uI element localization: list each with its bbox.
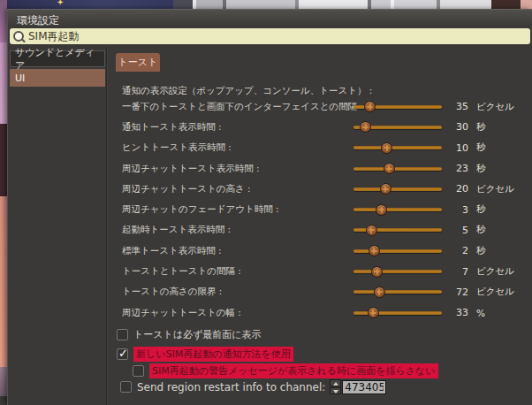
slider-value: 72 xyxy=(442,287,468,298)
slider-value: 7 xyxy=(442,266,468,278)
slider-track[interactable] xyxy=(353,307,442,319)
spinner-down-icon[interactable] xyxy=(330,387,341,394)
background-scene-left xyxy=(0,9,7,405)
slider-knob[interactable] xyxy=(374,287,385,298)
sidebar-item-label: UI xyxy=(15,73,25,84)
slider-value: 10 xyxy=(442,142,468,154)
checkbox-unchecked[interactable] xyxy=(120,381,132,393)
slider-row: トーストの高さの限界 : 72 ピクセル xyxy=(122,282,530,302)
slider-track-line xyxy=(353,208,442,211)
slider-row: 周辺チャットトーストの幅 : 33 % xyxy=(122,302,530,323)
slider-knob[interactable] xyxy=(364,101,376,112)
sidebar-item-label: サウンドとメディア xyxy=(15,46,104,73)
slider-unit: 秒 xyxy=(476,203,486,216)
background-shadow xyxy=(0,367,7,396)
slider-label: 起動時トースト表示時間 : xyxy=(122,224,353,236)
slider-value: 20 xyxy=(442,183,468,195)
slider-label: トーストとトーストの間隔 : xyxy=(122,265,353,278)
background-scene-top: ✦ xyxy=(0,0,532,9)
slider-track-line xyxy=(353,187,442,191)
channel-number-input[interactable] xyxy=(342,380,386,394)
slider-track-line xyxy=(353,249,442,253)
slider-label: 周辺チャットトーストの高さ : xyxy=(122,183,353,195)
sidebar-item-ui[interactable]: UI xyxy=(10,69,105,87)
slider-label: 周辺チャットトースト表示時間 : xyxy=(122,163,353,175)
slider-label: 周辺チャットトーストの幅 : xyxy=(122,307,353,319)
checkbox-row-new-sim-restart-notification[interactable]: 新しいSIM再起動の通知方法を使用 xyxy=(117,347,293,362)
slider-track[interactable] xyxy=(353,245,442,257)
slider-track[interactable] xyxy=(353,183,442,195)
slider-track-line xyxy=(353,270,442,273)
spinner-up-icon[interactable] xyxy=(330,379,341,386)
background-wall xyxy=(196,0,223,9)
checkbox-unchecked[interactable] xyxy=(133,365,144,377)
slider-knob[interactable] xyxy=(381,142,392,154)
viewer-screen: ✦ 環境設定 SIM再起動 サウンドとメディア xyxy=(0,0,532,405)
settings-search-field[interactable]: SIM再起動 xyxy=(10,28,530,44)
slider-knob[interactable] xyxy=(369,245,380,256)
slider-track[interactable] xyxy=(353,141,442,154)
slider-label: トーストの高さの限界 : xyxy=(122,286,353,298)
star-sparkle-icon: ✦ xyxy=(57,0,64,7)
slider-unit: ピクセル xyxy=(476,265,514,278)
slider-knob[interactable] xyxy=(376,204,387,216)
background-shadow xyxy=(491,0,521,9)
slider-knob[interactable] xyxy=(371,266,383,278)
slider-row: トーストとトーストの間隔 : 7 ピクセル xyxy=(122,261,530,281)
slider-knob[interactable] xyxy=(360,121,371,133)
window-titlebar[interactable]: 環境設定 xyxy=(8,10,532,28)
slider-track[interactable] xyxy=(353,101,442,113)
slider-track[interactable] xyxy=(353,203,442,216)
tab-toast[interactable]: トースト xyxy=(116,53,160,72)
slider-unit: 秒 xyxy=(476,121,486,134)
background-wall xyxy=(394,0,437,9)
tab-label: トースト xyxy=(118,57,158,68)
slider-row: 周辺チャットトースト表示時間 : 23 秒 xyxy=(122,158,530,179)
checkbox-label-highlighted: SIM再起動の警告メッセージが表示される時に画面を揺らさない xyxy=(149,363,438,378)
slider-value: 2 xyxy=(442,245,468,256)
search-query-text: SIM再起動 xyxy=(28,29,80,44)
slider-track[interactable] xyxy=(353,121,442,134)
sidebar-panel-divider xyxy=(106,47,108,405)
background-wall xyxy=(440,0,491,9)
preferences-window: 環境設定 SIM再起動 サウンドとメディア UI トースト 通知の表示設定（ポッ… xyxy=(7,9,532,405)
slider-track[interactable] xyxy=(353,286,442,298)
background-hair xyxy=(0,0,7,42)
slider-row: 周辺チャットトーストの高さ : 20 ピクセル xyxy=(122,179,530,199)
checkbox-row-no-screen-shake[interactable]: SIM再起動の警告メッセージが表示される時に画面を揺らさない xyxy=(133,363,438,378)
slider-track-line xyxy=(353,311,442,315)
window-title: 環境設定 xyxy=(17,13,59,28)
checkbox-row-send-restart-info[interactable]: Send region restart info to channel: xyxy=(120,379,386,394)
checkbox-label-highlighted: 新しいSIM再起動の通知方法を使用 xyxy=(133,347,293,362)
background-wall xyxy=(371,0,391,9)
checkbox-label: Send region restart info to channel: xyxy=(137,381,325,394)
slider-unit: ピクセル xyxy=(476,101,514,113)
checkbox-label: トーストは必ず最前面に表示 xyxy=(133,328,262,341)
slider-label: 通知トースト表示時間 : xyxy=(122,121,353,134)
background-sky: ✦ xyxy=(0,0,173,9)
slider-track[interactable] xyxy=(353,265,442,278)
sidebar-item-sound-media[interactable]: サウンドとメディア xyxy=(10,50,105,67)
background-skin xyxy=(0,196,7,367)
slider-knob[interactable] xyxy=(380,183,391,195)
checkbox-row-toast-on-top[interactable]: トーストは必ず最前面に表示 xyxy=(117,328,262,341)
slider-row: 起動時トースト表示時間 : 5 秒 xyxy=(122,220,530,241)
slider-knob[interactable] xyxy=(366,225,377,236)
slider-value: 3 xyxy=(442,204,468,216)
slider-value: 33 xyxy=(442,307,468,318)
slider-list: 一番下のトーストと画面下のインターフェイスとの間隔 35 ピクセル 通知トースト… xyxy=(122,96,530,323)
slider-label: 周辺チャットのフェードアウト時間 : xyxy=(122,203,353,216)
slider-track-line xyxy=(353,167,442,171)
slider-value: 30 xyxy=(442,121,468,133)
slider-knob[interactable] xyxy=(368,307,379,318)
slider-track[interactable] xyxy=(353,163,442,175)
slider-unit: 秒 xyxy=(476,163,486,175)
slider-track[interactable] xyxy=(353,224,442,236)
background-shadow xyxy=(0,124,7,196)
checkbox-unchecked[interactable] xyxy=(117,329,128,340)
slider-unit: 秒 xyxy=(476,224,486,236)
slider-knob[interactable] xyxy=(384,163,395,174)
slider-row: 通知トースト表示時間 : 30 秒 xyxy=(122,117,530,137)
slider-track-line xyxy=(353,290,442,294)
checkbox-checked[interactable] xyxy=(117,348,128,360)
